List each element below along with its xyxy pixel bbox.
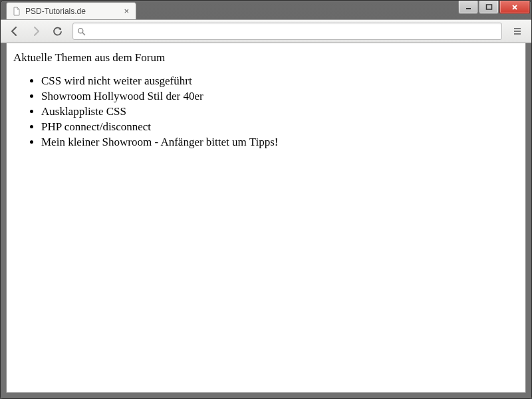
list-item: Ausklappliste CSS	[41, 104, 519, 120]
address-bar[interactable]	[72, 23, 502, 40]
viewport-wrap: Aktuelle Themen aus dem Forum CSS wird n…	[1, 43, 531, 398]
window-minimize-button[interactable]	[458, 1, 478, 14]
page-content: Aktuelle Themen aus dem Forum CSS wird n…	[7, 43, 525, 158]
list-item: PHP connect/disconnect	[41, 120, 519, 135]
page-viewport[interactable]: Aktuelle Themen aus dem Forum CSS wird n…	[6, 43, 526, 393]
tab-title: PSD-Tutorials.de	[25, 7, 122, 16]
list-item: Mein kleiner Showroom - Anfänger bittet …	[41, 135, 519, 150]
svg-line-3	[82, 33, 85, 35]
tab-close-icon[interactable]: ×	[122, 7, 130, 15]
search-icon	[77, 27, 86, 36]
list-item: CSS wird nicht weiter ausgeführt	[41, 74, 519, 89]
forum-topic-list: CSS wird nicht weiter ausgeführt Showroo…	[13, 74, 519, 150]
reload-button[interactable]	[47, 22, 67, 41]
address-input[interactable]	[90, 27, 497, 37]
back-button[interactable]	[5, 22, 25, 41]
list-item: Showroom Hollywood Stil der 40er	[41, 89, 519, 104]
window-maximize-button[interactable]	[479, 1, 499, 14]
menu-button[interactable]	[507, 22, 527, 41]
file-icon	[12, 7, 21, 16]
svg-rect-1	[486, 5, 491, 9]
browser-toolbar	[1, 19, 531, 43]
page-heading: Aktuelle Themen aus dem Forum	[13, 51, 519, 65]
window-close-button[interactable]	[499, 1, 530, 14]
browser-window: PSD-Tutorials.de ×	[0, 0, 532, 399]
browser-tab[interactable]: PSD-Tutorials.de ×	[6, 2, 136, 19]
forward-button[interactable]	[26, 22, 46, 41]
